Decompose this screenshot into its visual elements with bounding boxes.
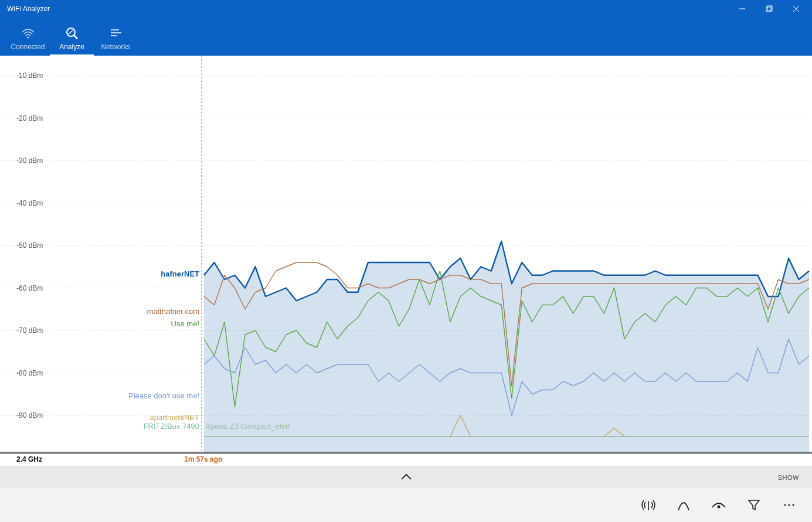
tab-networks[interactable]: Networks (94, 18, 138, 56)
svg-line-8 (69, 30, 73, 34)
expand-bar[interactable]: SHOW (0, 466, 812, 488)
svg-text:-60 dBm: -60 dBm (16, 284, 43, 292)
tab-connected[interactable]: Connected (6, 18, 50, 56)
analyze-icon (65, 26, 79, 40)
svg-text:-50 dBm: -50 dBm (16, 241, 43, 250)
eye-icon (711, 499, 726, 511)
signal-icon (641, 499, 656, 511)
tab-label: Analyze (59, 43, 84, 51)
filter-button[interactable] (737, 492, 771, 518)
chevron-up-icon (400, 472, 412, 483)
svg-point-34 (784, 504, 786, 506)
svg-rect-1 (766, 7, 771, 12)
more-button[interactable] (772, 492, 806, 518)
band-label: 2.4 GHz (16, 455, 42, 463)
titlebar: WiFi Analyzer (0, 0, 812, 18)
networks-icon (109, 26, 123, 40)
series-label-dontuseme: Please don't use me! (0, 391, 199, 400)
svg-rect-9 (111, 29, 119, 30)
navbar: Connected Analyze Networks (0, 18, 812, 56)
svg-rect-2 (767, 6, 772, 11)
svg-text:-20 dBm: -20 dBm (16, 114, 43, 122)
series-label-matthafner: matthafner.com (0, 307, 199, 316)
minimize-button[interactable] (729, 0, 756, 18)
channel-button[interactable] (667, 492, 701, 518)
svg-text:-30 dBm: -30 dBm (16, 156, 43, 165)
svg-point-33 (718, 506, 721, 509)
svg-text:-40 dBm: -40 dBm (16, 199, 43, 207)
restore-button[interactable] (756, 0, 783, 18)
signal-chart: -10 dBm-20 dBm-30 dBm-40 dBm-50 dBm-60 d… (0, 56, 812, 453)
window-controls (729, 0, 810, 18)
more-icon (783, 503, 796, 507)
svg-point-36 (792, 504, 794, 506)
close-icon (793, 5, 800, 12)
bottom-toolbar (0, 488, 812, 522)
time-marker-label: 1m 57s ago (184, 455, 222, 463)
series-label-fritzbox: FRITZ!Box 7490 (0, 422, 199, 431)
restore-icon (766, 5, 773, 12)
svg-rect-10 (111, 32, 121, 33)
series-label-apartmentnet: apartmentNET (0, 413, 199, 422)
wifi-icon (21, 26, 35, 40)
channel-icon (677, 499, 691, 511)
series-label-useme: Use me! (0, 319, 199, 328)
series-label-xperia: Xperia Z3 Compact_efe8 (205, 422, 322, 431)
tab-label: Networks (101, 43, 130, 51)
chart-footer: 2.4 GHz 1m 57s ago (0, 453, 812, 466)
svg-line-7 (74, 35, 77, 39)
close-button[interactable] (783, 0, 810, 18)
svg-rect-11 (111, 35, 117, 36)
svg-point-5 (27, 36, 29, 38)
app-title: WiFi Analyzer (7, 5, 729, 13)
tab-analyze[interactable]: Analyze (50, 18, 94, 56)
svg-text:-80 dBm: -80 dBm (16, 369, 43, 377)
show-label: SHOW (778, 474, 799, 481)
signal-strength-button[interactable] (631, 492, 665, 518)
minimize-icon (739, 5, 746, 12)
series-label-hafnernet: hafnerNET (0, 269, 199, 278)
view-button[interactable] (702, 492, 736, 518)
tab-label: Connected (11, 43, 45, 51)
filter-icon (748, 499, 760, 511)
svg-text:-10 dBm: -10 dBm (16, 71, 43, 80)
svg-point-35 (788, 504, 790, 506)
